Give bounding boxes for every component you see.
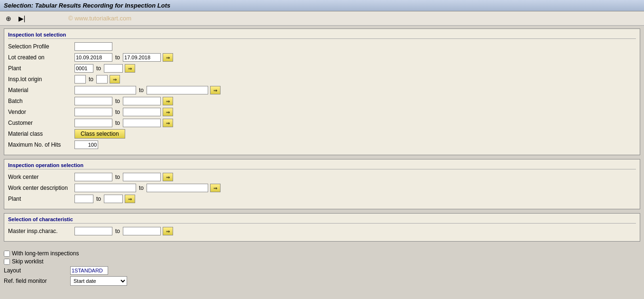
- customer-from-input[interactable]: [74, 119, 112, 127]
- material-from-input[interactable]: [74, 86, 136, 94]
- customer-label: Customer: [8, 120, 74, 126]
- class-selection-button[interactable]: Class selection: [74, 129, 125, 139]
- watermark: © www.tutorialkart.com: [68, 15, 131, 22]
- toolbar-icon1[interactable]: ⊕: [4, 14, 13, 23]
- plant-to-label: to: [96, 65, 101, 72]
- batch-label: Batch: [8, 98, 74, 104]
- batch-to-input[interactable]: [123, 97, 161, 105]
- material-to-input[interactable]: [147, 86, 208, 94]
- work-center-desc-row: Work center description to ⇒: [8, 183, 636, 193]
- material-class-row: Material class Class selection: [8, 129, 636, 139]
- toolbar: ⊕ ▶| © www.tutorialkart.com: [0, 11, 644, 26]
- insp-lot-origin-from-input[interactable]: [74, 75, 86, 84]
- op-plant-from-input[interactable]: [74, 195, 93, 203]
- insp-lot-origin-to-input[interactable]: [96, 75, 108, 84]
- plant-label: Plant: [8, 65, 74, 72]
- master-insp-charac-from-input[interactable]: [74, 227, 112, 235]
- lot-created-to-input[interactable]: [123, 53, 161, 62]
- op-plant-label: Plant: [8, 196, 74, 202]
- skip-worklist-checkbox[interactable]: [4, 259, 10, 265]
- master-insp-charac-label: Master insp.charac.: [8, 228, 74, 234]
- plant-to-input[interactable]: [104, 64, 123, 73]
- vendor-to-input[interactable]: [123, 108, 161, 116]
- layout-label: Layout: [4, 267, 70, 274]
- master-insp-charac-row: Master insp.charac. to ⇒: [8, 226, 636, 236]
- skip-worklist-label: Skip worklist: [12, 258, 44, 265]
- ref-field-row: Ref. field monitor Start date End date C…: [4, 276, 640, 286]
- vendor-to-label: to: [115, 109, 120, 115]
- customer-to-input[interactable]: [123, 119, 161, 127]
- inspection-lot-header: Inspection lot selection: [8, 32, 636, 39]
- max-hits-input[interactable]: [74, 140, 98, 149]
- lot-created-arrow-btn[interactable]: ⇒: [163, 53, 173, 62]
- vendor-label: Vendor: [8, 109, 74, 115]
- lot-created-to-label: to: [115, 54, 120, 61]
- work-center-label: Work center: [8, 174, 74, 180]
- selection-profile-input[interactable]: [74, 42, 112, 51]
- bottom-section: With long-term inspections Skip worklist…: [0, 248, 644, 289]
- layout-row: Layout: [4, 266, 640, 275]
- work-center-desc-to-input[interactable]: [147, 184, 208, 192]
- work-center-desc-to-label: to: [139, 185, 144, 191]
- customer-row: Customer to ⇒: [8, 118, 636, 128]
- customer-arrow-btn[interactable]: ⇒: [163, 119, 173, 127]
- insp-lot-origin-arrow-btn[interactable]: ⇒: [110, 75, 120, 84]
- vendor-from-input[interactable]: [74, 108, 112, 116]
- material-class-label: Material class: [8, 131, 74, 137]
- batch-arrow-btn[interactable]: ⇒: [163, 97, 173, 105]
- max-hits-label: Maximum No. of Hits: [8, 141, 74, 148]
- material-label: Material: [8, 87, 74, 93]
- material-row: Material to ⇒: [8, 85, 636, 95]
- lot-created-label: Lot created on: [8, 54, 74, 61]
- page-title: Selection: Tabular Results Recording for…: [4, 2, 170, 9]
- material-to-label: to: [139, 87, 144, 93]
- vendor-row: Vendor to ⇒: [8, 107, 636, 117]
- work-center-from-input[interactable]: [74, 173, 112, 181]
- ref-field-label: Ref. field monitor: [4, 278, 70, 284]
- work-center-row: Work center to ⇒: [8, 172, 636, 182]
- work-center-desc-label: Work center description: [8, 185, 74, 191]
- long-term-label: With long-term inspections: [12, 250, 79, 257]
- master-insp-charac-arrow-btn[interactable]: ⇒: [163, 227, 173, 235]
- main-content: Inspection lot selection Selection Profi…: [0, 26, 644, 248]
- selection-profile-label: Selection Profile: [8, 43, 74, 50]
- plant-arrow-btn[interactable]: ⇒: [125, 64, 135, 73]
- batch-to-label: to: [115, 98, 120, 104]
- insp-lot-origin-label: Insp.lot origin: [8, 76, 74, 83]
- batch-from-input[interactable]: [74, 97, 112, 105]
- work-center-desc-arrow-btn[interactable]: ⇒: [210, 184, 221, 192]
- work-center-to-input[interactable]: [123, 173, 161, 181]
- ref-field-dropdown[interactable]: Start date End date Creation date: [70, 276, 127, 286]
- customer-to-label: to: [115, 120, 120, 126]
- toolbar-icon2[interactable]: ▶|: [17, 14, 27, 23]
- work-center-to-label: to: [115, 174, 120, 180]
- selection-profile-row: Selection Profile: [8, 42, 636, 51]
- batch-row: Batch to ⇒: [8, 96, 636, 106]
- inspection-operation-header: Inspection operation selection: [8, 162, 636, 169]
- inspection-operation-section: Inspection operation selection Work cent…: [4, 159, 640, 209]
- work-center-arrow-btn[interactable]: ⇒: [163, 173, 173, 181]
- plant-row: Plant to ⇒: [8, 64, 636, 73]
- long-term-checkbox[interactable]: [4, 251, 10, 257]
- insp-lot-origin-to-label: to: [89, 76, 93, 83]
- long-term-row: With long-term inspections: [4, 250, 640, 257]
- master-insp-charac-to-label: to: [115, 228, 120, 234]
- layout-input[interactable]: [70, 266, 108, 275]
- lot-created-row: Lot created on to ⇒: [8, 53, 636, 62]
- op-plant-to-input[interactable]: [104, 195, 123, 203]
- lot-created-from-input[interactable]: [74, 53, 112, 62]
- insp-lot-origin-row: Insp.lot origin to ⇒: [8, 75, 636, 84]
- op-plant-arrow-btn[interactable]: ⇒: [125, 195, 135, 203]
- op-plant-to-label: to: [96, 196, 101, 202]
- work-center-desc-from-input[interactable]: [74, 184, 136, 192]
- master-insp-charac-to-input[interactable]: [123, 227, 161, 235]
- op-plant-row: Plant to ⇒: [8, 194, 636, 204]
- material-arrow-btn[interactable]: ⇒: [210, 86, 221, 94]
- plant-from-input[interactable]: [74, 64, 93, 73]
- selection-characteristic-header: Selection of characteristic: [8, 216, 636, 224]
- vendor-arrow-btn[interactable]: ⇒: [163, 108, 173, 116]
- max-hits-row: Maximum No. of Hits: [8, 140, 636, 150]
- skip-worklist-row: Skip worklist: [4, 258, 640, 265]
- title-bar: Selection: Tabular Results Recording for…: [0, 0, 644, 11]
- selection-characteristic-section: Selection of characteristic Master insp.…: [4, 213, 640, 242]
